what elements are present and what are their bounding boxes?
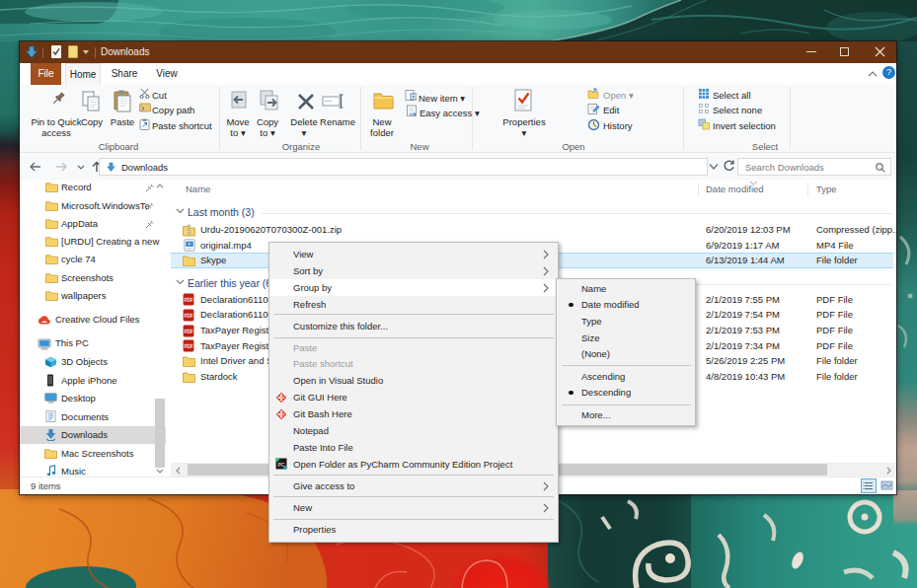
svg-text:PDF: PDF [184,344,192,349]
svg-text:PDF: PDF [184,314,192,319]
svg-text:PDF: PDF [184,298,192,303]
svg-text:PC: PC [277,462,284,468]
svg-text:PDF: PDF [184,329,192,333]
